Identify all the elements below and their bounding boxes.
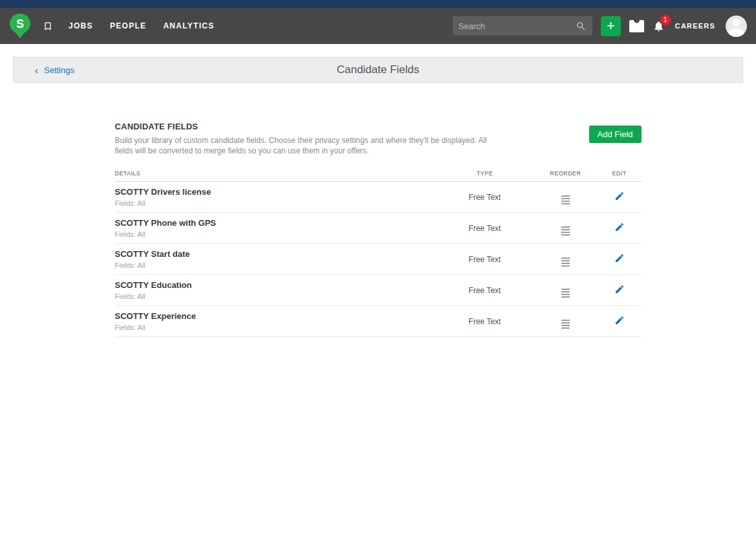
field-reorder-cell — [534, 281, 598, 300]
field-edit-cell — [598, 314, 642, 329]
quick-add-button[interactable]: + — [601, 16, 621, 36]
search-icon — [576, 21, 587, 32]
back-to-settings-link[interactable]: ‹ Settings — [35, 65, 74, 75]
person-icon — [726, 16, 747, 37]
field-type-cell: Free Text — [436, 255, 534, 264]
column-header-edit: EDIT — [598, 170, 642, 177]
field-details-cell: SCOTTY Start date Fields: All — [115, 249, 436, 269]
navbar-right-cluster: + 1 CAREERS — [453, 16, 747, 37]
field-name: SCOTTY Start date — [115, 249, 436, 259]
notification-badge: 1 — [660, 15, 671, 25]
fields-table-body: SCOTTY Drivers license Fields: All Free … — [115, 182, 642, 337]
table-row: SCOTTY Education Fields: All Free Text — [115, 275, 642, 306]
back-label: Settings — [44, 65, 74, 75]
pencil-icon — [614, 253, 625, 263]
nav-item-people[interactable]: PEOPLE — [110, 21, 146, 30]
user-avatar[interactable] — [726, 16, 747, 37]
column-header-reorder: REORDER — [534, 170, 598, 177]
field-scope: Fields: All — [115, 292, 436, 300]
field-type-cell: Free Text — [436, 224, 534, 233]
field-scope: Fields: All — [115, 261, 436, 269]
edit-field-button[interactable] — [613, 221, 626, 236]
panel-header: CANDIDATE FIELDS Build your library of c… — [115, 122, 642, 156]
field-reorder-cell — [534, 188, 598, 206]
table-row: SCOTTY Start date Fields: All Free Text — [115, 244, 642, 275]
pencil-icon — [614, 284, 625, 294]
candidate-fields-panel: CANDIDATE FIELDS Build your library of c… — [115, 122, 642, 337]
field-type-cell: Free Text — [436, 286, 534, 295]
table-row: SCOTTY Experience Fields: All Free Text — [115, 306, 642, 337]
field-details-cell: SCOTTY Experience Fields: All — [115, 311, 436, 331]
table-row: SCOTTY Phone with GPS Fields: All Free T… — [115, 213, 642, 244]
field-details-cell: SCOTTY Education Fields: All — [115, 280, 436, 300]
field-edit-cell — [598, 283, 642, 298]
panel-header-text: CANDIDATE FIELDS Build your library of c… — [115, 122, 503, 156]
nav-item-careers[interactable]: CAREERS — [675, 22, 715, 30]
top-accent-strip — [0, 0, 756, 8]
field-edit-cell — [598, 221, 642, 236]
svg-text:S: S — [16, 17, 24, 30]
column-header-type: TYPE — [436, 170, 534, 177]
chevron-left-icon: ‹ — [35, 65, 38, 75]
search-box[interactable] — [453, 16, 592, 36]
field-reorder-cell — [534, 312, 598, 331]
field-type-cell: Free Text — [436, 193, 534, 202]
edit-field-button[interactable] — [613, 283, 626, 298]
field-edit-cell — [598, 252, 642, 267]
fields-table-header: DETAILS TYPE REORDER EDIT — [115, 170, 642, 182]
app-logo[interactable]: S — [9, 13, 31, 39]
field-name: SCOTTY Experience — [115, 311, 436, 321]
field-name: SCOTTY Phone with GPS — [115, 218, 436, 228]
breadcrumb-bar: ‹ Settings Candidate Fields — [13, 57, 743, 83]
drag-handle-icon[interactable] — [559, 193, 572, 206]
field-name: SCOTTY Drivers license — [115, 187, 436, 197]
pencil-icon — [614, 315, 625, 325]
edit-field-button[interactable] — [613, 252, 626, 267]
field-details-cell: SCOTTY Phone with GPS Fields: All — [115, 218, 436, 238]
inbox-icon — [629, 20, 644, 32]
field-edit-cell — [598, 190, 642, 204]
search-input[interactable] — [459, 21, 576, 31]
section-heading: CANDIDATE FIELDS — [115, 122, 503, 131]
bookmark-icon[interactable] — [43, 20, 53, 32]
fields-table: DETAILS TYPE REORDER EDIT SCOTTY Drivers… — [115, 170, 642, 337]
primary-nav: JOBS PEOPLE ANALYTICS — [69, 21, 215, 30]
field-name: SCOTTY Education — [115, 280, 436, 290]
field-scope: Fields: All — [115, 230, 436, 238]
field-reorder-cell — [534, 219, 598, 237]
column-header-details: DETAILS — [115, 170, 436, 177]
pencil-icon — [614, 222, 625, 232]
field-reorder-cell — [534, 250, 598, 269]
drag-handle-icon[interactable] — [559, 318, 572, 331]
field-type-cell: Free Text — [436, 317, 534, 326]
table-row: SCOTTY Drivers license Fields: All Free … — [115, 182, 642, 213]
page-title: Candidate Fields — [337, 63, 420, 76]
inbox-button[interactable] — [629, 20, 644, 32]
main-navbar: S JOBS PEOPLE ANALYTICS + 1 CAREERS — [0, 8, 756, 44]
nav-item-jobs[interactable]: JOBS — [69, 21, 93, 30]
edit-field-button[interactable] — [613, 314, 626, 329]
logo-balloon-icon: S — [9, 13, 31, 39]
drag-handle-icon[interactable] — [559, 225, 572, 237]
section-description: Build your library of custom candidate f… — [115, 135, 503, 156]
edit-field-button[interactable] — [613, 190, 626, 204]
pencil-icon — [614, 191, 625, 201]
field-details-cell: SCOTTY Drivers license Fields: All — [115, 187, 436, 207]
field-scope: Fields: All — [115, 199, 436, 207]
add-field-button[interactable]: Add Field — [589, 126, 642, 143]
notifications-button[interactable]: 1 — [653, 19, 665, 33]
nav-item-analytics[interactable]: ANALYTICS — [163, 21, 214, 30]
drag-handle-icon[interactable] — [559, 256, 572, 269]
drag-handle-icon[interactable] — [559, 287, 572, 300]
field-scope: Fields: All — [115, 324, 436, 331]
